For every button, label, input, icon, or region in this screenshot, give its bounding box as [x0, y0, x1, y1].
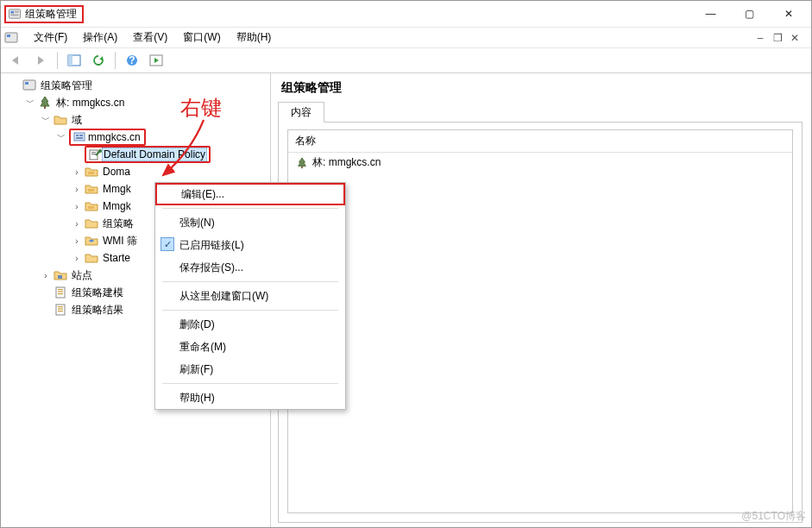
- svg-text:?: ?: [129, 54, 135, 66]
- mdi-restore-button[interactable]: ❐: [770, 31, 785, 45]
- content-title: 组策略管理: [278, 79, 803, 99]
- menu-window[interactable]: 窗口(W): [176, 28, 227, 47]
- chevron-right-icon[interactable]: ›: [72, 185, 82, 194]
- cm-sep: [162, 383, 338, 384]
- tree-wmi-label: WMI 筛: [101, 233, 139, 249]
- cm-new-window[interactable]: 从这里创建窗口(W): [155, 285, 345, 307]
- menubar: 文件(F) 操作(A) 查看(V) 窗口(W) 帮助(H) – ❐ ✕: [1, 27, 811, 47]
- sites-icon: [54, 268, 67, 282]
- tree-forest-label: 林: mmgkcs.cn: [54, 95, 126, 111]
- close-button[interactable]: ✕: [769, 2, 808, 26]
- tree-ou-label: Mmgk: [101, 182, 133, 196]
- svg-rect-3: [10, 14, 18, 16]
- tree-root-label: 组策略管理: [39, 78, 94, 94]
- svg-rect-7: [68, 55, 72, 66]
- action-pane-button[interactable]: [146, 50, 167, 71]
- svg-rect-22: [88, 172, 94, 174]
- svg-rect-34: [301, 166, 303, 168]
- cm-sep: [162, 281, 338, 282]
- refresh-button[interactable]: [88, 50, 109, 71]
- menu-action[interactable]: 操作(A): [76, 28, 124, 47]
- tree-starter-label: Starte: [101, 251, 132, 265]
- app-icon: [22, 79, 36, 92]
- column-name[interactable]: 名称: [288, 130, 792, 153]
- svg-rect-12: [25, 82, 28, 85]
- tabstrip: 内容: [278, 101, 803, 123]
- chevron-right-icon[interactable]: ›: [41, 271, 51, 280]
- svg-rect-29: [58, 293, 63, 294]
- show-hide-tree-button[interactable]: [64, 50, 85, 71]
- mdi-controls: – ❐ ✕: [752, 31, 808, 45]
- toolbar-sep-2: [115, 52, 116, 69]
- app-window: 组策略管理 — ▢ ✕ 文件(F) 操作(A) 查看(V) 窗口(W) 帮助(H…: [0, 0, 812, 528]
- chevron-down-icon[interactable]: ﹀: [25, 97, 35, 109]
- svg-rect-19: [91, 152, 96, 153]
- cm-sep: [162, 208, 338, 209]
- maximize-button[interactable]: ▢: [730, 2, 769, 26]
- ou-icon: [85, 199, 98, 213]
- tree-domain-label: mmgkcs.cn: [86, 130, 142, 144]
- cm-enforce[interactable]: 强制(N): [155, 211, 345, 234]
- forest-icon: [38, 96, 52, 110]
- ou-icon: [85, 182, 98, 196]
- list-row-label: 林: mmgkcs.cn: [312, 155, 381, 170]
- cm-help[interactable]: 帮助(H): [155, 387, 345, 409]
- tree-ou-label: Mmgk: [101, 199, 133, 213]
- cm-edit[interactable]: 编辑(E)...: [155, 183, 345, 205]
- tree-forest-row[interactable]: ﹀ 林: mmgkcs.cn: [25, 94, 270, 111]
- mdi-close-button[interactable]: ✕: [787, 31, 803, 45]
- chevron-right-icon[interactable]: ›: [72, 167, 82, 177]
- tree-gpmodel-label: 组策略建模: [70, 285, 125, 301]
- tree-ou-label: Doma: [101, 165, 132, 179]
- domain-icon: [72, 130, 86, 144]
- context-menu: 编辑(E)... 强制(N) ✓ 已启用链接(L) 保存报告(S)... 从这里…: [154, 182, 346, 410]
- minimize-button[interactable]: —: [691, 2, 730, 26]
- list-row[interactable]: 林: mmgkcs.cn: [288, 153, 792, 173]
- svg-rect-24: [88, 206, 94, 209]
- domain-highlight: mmgkcs.cn: [69, 129, 146, 146]
- watermark: @51CTO博客: [741, 509, 806, 524]
- svg-rect-16: [79, 135, 83, 136]
- menu-help[interactable]: 帮助(H): [230, 28, 279, 47]
- toolbar-sep-1: [57, 52, 58, 69]
- chevron-right-icon[interactable]: ›: [72, 254, 82, 263]
- svg-rect-4: [5, 33, 17, 42]
- body-split: ▶ 组策略管理 ﹀ 林: mmgkcs.cn: [1, 73, 811, 527]
- svg-rect-1: [10, 10, 14, 13]
- svg-rect-26: [56, 287, 65, 298]
- svg-rect-0: [9, 9, 20, 17]
- list-box[interactable]: 名称 林: mmgkcs.cn: [287, 129, 793, 513]
- content-panel: 名称 林: mmgkcs.cn: [278, 123, 803, 523]
- cm-refresh[interactable]: 刷新(F): [155, 358, 345, 380]
- cm-link-enabled[interactable]: ✓ 已启用链接(L): [155, 234, 345, 256]
- svg-rect-30: [56, 305, 65, 315]
- tree-gpresult-label: 组策略结果: [70, 302, 125, 318]
- svg-rect-20: [91, 154, 96, 154]
- chevron-right-icon[interactable]: ›: [72, 202, 82, 211]
- window-title: 组策略管理: [25, 7, 77, 22]
- menu-view[interactable]: 查看(V): [126, 28, 174, 47]
- cm-delete[interactable]: 删除(D): [155, 313, 345, 336]
- chevron-down-icon[interactable]: ﹀: [41, 114, 51, 126]
- cm-rename[interactable]: 重命名(M): [155, 336, 345, 358]
- cm-save-report[interactable]: 保存报告(S)...: [155, 256, 345, 279]
- tree-domains-label: 域: [70, 112, 84, 129]
- nav-back-button[interactable]: [6, 50, 27, 71]
- help-button[interactable]: ?: [122, 50, 142, 71]
- tab-content[interactable]: 内容: [278, 102, 324, 123]
- chevron-right-icon[interactable]: ›: [72, 236, 82, 246]
- report-icon: [54, 303, 67, 317]
- mdi-minimize-button[interactable]: –: [752, 31, 768, 45]
- nav-forward-button[interactable]: [30, 50, 51, 71]
- menu-file[interactable]: 文件(F): [27, 28, 74, 47]
- content-pane: 组策略管理 内容 名称 林: mmgkcs.cn: [271, 73, 811, 527]
- svg-rect-31: [58, 306, 63, 307]
- chevron-right-icon[interactable]: ›: [72, 219, 82, 229]
- title-highlight: 组策略管理: [4, 5, 84, 23]
- svg-rect-23: [88, 189, 94, 192]
- svg-rect-5: [7, 35, 10, 37]
- tree-root-row[interactable]: ▶ 组策略管理: [9, 77, 270, 94]
- toolbar: ?: [1, 47, 811, 73]
- titlebar: 组策略管理 — ▢ ✕: [1, 1, 811, 27]
- chevron-down-icon[interactable]: ﹀: [56, 131, 66, 143]
